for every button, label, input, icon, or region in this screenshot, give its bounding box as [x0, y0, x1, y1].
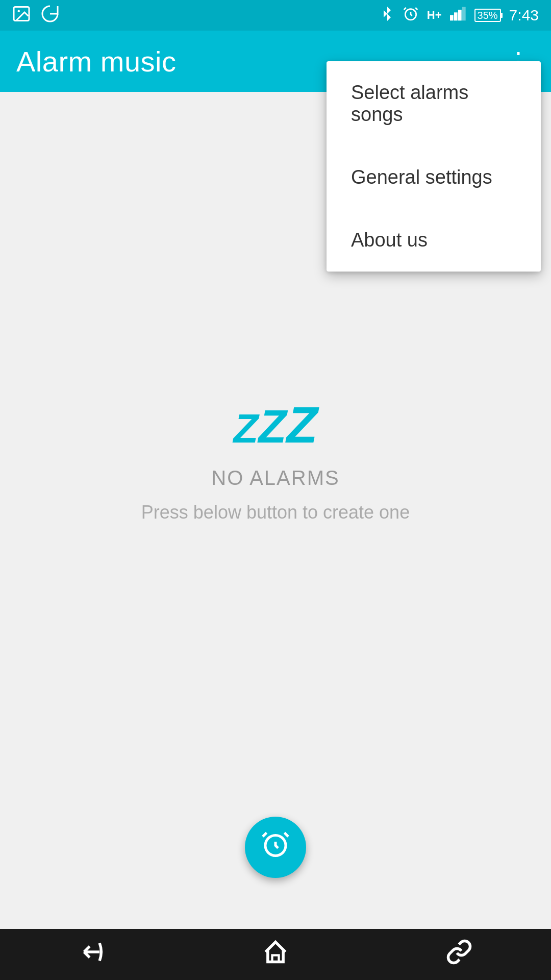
signal-bars-icon [450, 7, 466, 24]
image-icon [12, 5, 31, 27]
status-bar-left-icons [12, 5, 59, 27]
signal-hplus-icon: H+ [427, 9, 442, 22]
recent-apps-button[interactable] [434, 933, 485, 976]
svg-point-1 [18, 10, 20, 12]
status-bar: H+ 35% 7:43 [0, 0, 551, 31]
svg-rect-5 [450, 15, 454, 20]
svg-line-3 [404, 8, 406, 10]
no-alarms-title: NO ALARMS [211, 467, 339, 489]
menu-item-general-settings[interactable]: General settings [327, 146, 541, 209]
app-title: Alarm music [16, 45, 177, 78]
status-bar-right-icons: H+ 35% 7:43 [380, 6, 539, 26]
svg-rect-6 [454, 12, 458, 20]
menu-item-select-alarms-songs[interactable]: Select alarms songs [327, 61, 541, 146]
no-alarms-subtitle: Press below button to create one [141, 502, 410, 523]
bottom-nav [0, 929, 551, 980]
menu-item-about-us[interactable]: About us [327, 209, 541, 272]
bluetooth-icon [380, 7, 394, 24]
no-alarms-section: ZZZ NO ALARMS Press below button to crea… [141, 396, 410, 523]
time-display: 7:43 [509, 7, 539, 24]
battery-icon: 35% [474, 9, 501, 22]
alarm-add-icon [260, 829, 291, 866]
zzz-icon: ZZZ [234, 396, 318, 454]
home-button[interactable] [250, 933, 301, 976]
svg-rect-8 [462, 7, 466, 20]
svg-line-4 [415, 8, 417, 10]
svg-rect-12 [272, 955, 279, 962]
svg-rect-7 [458, 10, 462, 20]
back-button[interactable] [66, 933, 117, 976]
refresh-icon [41, 5, 59, 27]
svg-line-10 [263, 833, 267, 837]
add-alarm-fab[interactable] [245, 817, 306, 878]
dropdown-menu: Select alarms songs General settings Abo… [327, 61, 541, 272]
svg-line-11 [285, 833, 289, 837]
alarm-clock-icon [403, 6, 419, 26]
